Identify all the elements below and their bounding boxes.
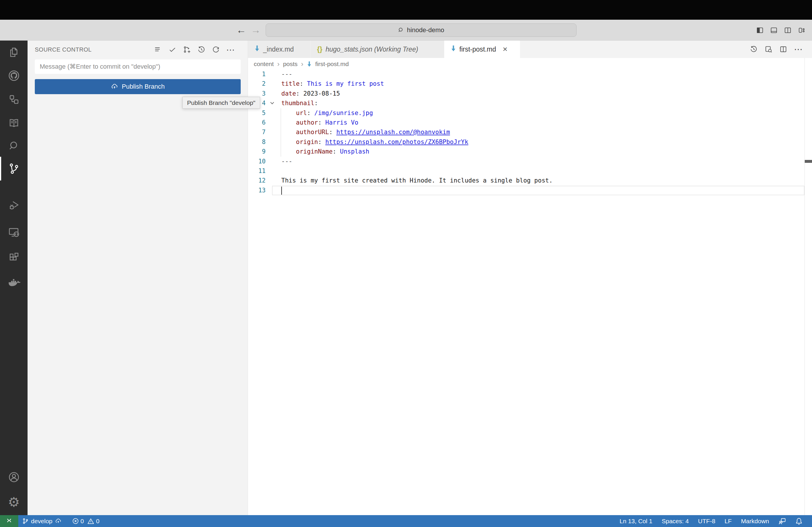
activity-item-hierarchy[interactable] — [0, 88, 28, 111]
create-branch-icon[interactable] — [183, 45, 191, 54]
overview-ruler[interactable] — [804, 58, 805, 515]
activity-item-settings[interactable]: ⚙ — [0, 490, 28, 514]
breadcrumb-file[interactable]: first-post.md — [315, 61, 349, 67]
code-line[interactable]: 11 — [248, 166, 812, 176]
back-arrow-icon[interactable]: ← — [235, 20, 247, 41]
search-icon — [8, 140, 20, 152]
publish-branch-label: Publish Branch — [122, 83, 165, 90]
top-black-strip — [0, 0, 812, 20]
commit-check-icon[interactable] — [168, 45, 177, 54]
line-number: 1 — [248, 70, 266, 79]
code-line[interactable]: 12This is my first site created with Hin… — [248, 176, 812, 185]
activity-item-github[interactable] — [0, 64, 28, 88]
history-icon[interactable] — [197, 45, 206, 54]
customize-layout-icon[interactable] — [798, 26, 806, 34]
code-line[interactable]: 13 — [248, 186, 812, 195]
close-tab-icon[interactable]: × — [503, 45, 508, 53]
activity-item-source-control[interactable] — [0, 157, 28, 180]
code-line[interactable]: 6 author: Harris Vo — [248, 118, 812, 127]
extensions-icon — [8, 252, 20, 264]
code-token — [281, 109, 296, 117]
toggle-primary-sidebar-icon[interactable] — [756, 26, 764, 34]
code-line[interactable]: 1--- — [248, 70, 812, 79]
code-line[interactable]: 3date: 2023-08-15 — [248, 89, 812, 99]
split-editor-icon[interactable] — [779, 45, 787, 53]
activity-item-account[interactable] — [0, 465, 28, 489]
indentation-item[interactable]: Spaces: 4 — [657, 515, 693, 527]
code-token: /img/sunrise.jpg — [314, 109, 373, 117]
line-number: 6 — [248, 118, 266, 127]
activity-item-remote-explorer[interactable] — [0, 221, 28, 244]
forward-arrow-icon[interactable]: → — [250, 20, 262, 41]
workbench: ⚙ SOURCE CONTROL — [0, 41, 812, 515]
activity-item-explorer[interactable] — [0, 41, 28, 64]
tab-hugo-stats-json[interactable]: {} hugo_stats.json (Working Tree) — [310, 41, 444, 58]
eol-item[interactable]: LF — [720, 515, 737, 527]
code-token: url — [296, 109, 307, 117]
language-mode-item[interactable]: Markdown — [736, 515, 774, 527]
line-number: 2 — [248, 79, 266, 89]
line-number: 11 — [248, 166, 266, 176]
errors-icon — [72, 518, 79, 524]
code-token: author — [296, 119, 318, 126]
code-line[interactable]: 4thumbnail: — [248, 99, 812, 108]
open-preview-icon[interactable] — [765, 45, 772, 53]
activity-item-docker[interactable] — [0, 271, 28, 295]
hierarchy-icon — [8, 93, 20, 105]
tab-first-post-md[interactable]: first-post.md × — [444, 41, 520, 58]
markdown-file-icon — [307, 61, 312, 67]
activity-item-extensions[interactable] — [0, 246, 28, 269]
commit-message-input[interactable] — [35, 59, 241, 74]
code-token: : — [333, 148, 340, 155]
activity-item-docs[interactable] — [0, 111, 28, 135]
breadcrumb-item[interactable]: content — [254, 61, 274, 67]
publish-branch-button[interactable]: Publish Branch — [35, 79, 241, 94]
breadcrumb-item[interactable]: posts — [283, 61, 298, 67]
editor-more-actions-icon[interactable]: ⋯ — [794, 45, 803, 53]
code-token: thumbnail — [281, 100, 314, 107]
code-token: This is my first post — [307, 80, 384, 87]
toggle-panel-icon[interactable] — [770, 26, 778, 34]
search-icon — [398, 27, 404, 33]
view-as-list-icon[interactable] — [154, 45, 162, 54]
remote-indicator[interactable] — [0, 515, 18, 527]
line-number: 7 — [248, 127, 266, 137]
encoding-item[interactable]: UTF-8 — [693, 515, 720, 527]
line-number: 12 — [248, 176, 266, 185]
code-token: --- — [281, 158, 292, 165]
code-token: : — [300, 80, 307, 87]
toggle-secondary-sidebar-icon[interactable] — [784, 26, 792, 34]
refresh-icon[interactable] — [212, 45, 220, 54]
source-control-sidebar: SOURCE CONTROL — [28, 41, 248, 515]
feedback-icon[interactable] — [774, 515, 791, 527]
timeline-history-icon[interactable] — [750, 45, 758, 53]
git-branch-icon — [22, 518, 29, 524]
cursor-position-item[interactable]: Ln 13, Col 1 — [615, 515, 657, 527]
warning-count: 0 — [96, 518, 100, 525]
code-line[interactable]: 5 url: /img/sunrise.jpg — [248, 108, 812, 118]
activity-item-run-debug[interactable] — [0, 194, 28, 217]
code-link[interactable]: https://unsplash.com/@hoanvokim — [336, 129, 450, 136]
files-icon — [8, 46, 20, 59]
chevron-right-icon: › — [277, 60, 279, 68]
code-line[interactable]: 8 origin: https://unsplash.com/photos/ZX… — [248, 137, 812, 147]
code-link[interactable]: https://unsplash.com/photos/ZX6BPboJrYk — [325, 138, 468, 146]
tab-index-md[interactable]: _index.md — [248, 41, 310, 58]
notifications-bell-icon[interactable] — [791, 515, 807, 527]
text-cursor — [281, 186, 282, 195]
code-line[interactable]: 10--- — [248, 157, 812, 166]
code-line[interactable]: 2title: This is my first post — [248, 79, 812, 89]
command-center[interactable]: hinode-demo — [266, 24, 577, 37]
error-count: 0 — [81, 518, 84, 525]
title-bar: ← → hinode-demo — [0, 20, 812, 41]
branch-status-item[interactable]: develop — [18, 515, 66, 527]
more-actions-icon[interactable]: ⋯ — [226, 45, 235, 54]
problems-status-item[interactable]: 0 0 — [69, 515, 103, 527]
code-line[interactable]: 7 authorURL: https://unsplash.com/@hoanv… — [248, 127, 812, 137]
fold-chevron-icon[interactable] — [271, 101, 275, 105]
current-line-highlight — [272, 186, 804, 195]
activity-item-search[interactable] — [0, 134, 28, 157]
code-token — [281, 129, 296, 136]
code-lines[interactable]: 1---2title: This is my first post3date: … — [248, 70, 812, 195]
code-line[interactable]: 9 originName: Unsplash — [248, 147, 812, 156]
